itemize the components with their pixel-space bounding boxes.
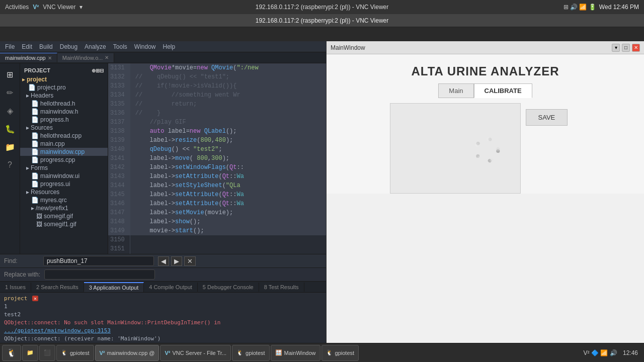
code-line-3131: 3131 QMovie*movie=new QMovie(":/new xyxy=(108,63,326,72)
tree-item-sources[interactable]: ▸ Sources xyxy=(20,124,108,132)
tree-item-myres-qrc[interactable]: 📄 myres.qrc xyxy=(20,196,108,204)
tab-close-1[interactable]: ✕ xyxy=(105,55,109,60)
tree-item-hellothread-cpp[interactable]: 📄 hellothread.cpp xyxy=(20,132,108,140)
menu-analyze[interactable]: Analyze xyxy=(82,42,109,51)
taskbar-gpiotest-1[interactable]: 🐧 gpiotest xyxy=(56,345,94,361)
tree-item-hellothread-h[interactable]: 📄 hellothread.h xyxy=(20,100,108,108)
tab-issues[interactable]: 1 Issues xyxy=(0,283,31,292)
design-icon[interactable]: ◈ xyxy=(2,103,18,119)
taskbar-gpiotest-3[interactable]: 🐧 gpiotest xyxy=(321,345,359,361)
find-bar: Find: ◀ ▶ ✕ xyxy=(0,254,326,268)
save-button[interactable]: SAVE xyxy=(526,109,568,126)
vnc-server-icon: V² xyxy=(165,350,170,356)
taskbar-terminal-btn[interactable]: ⬛ xyxy=(39,345,55,361)
taskbar-files-btn[interactable]: 📁 xyxy=(22,345,38,361)
taskbar-gpiotest-2[interactable]: 🐧 gpiotest xyxy=(232,345,270,361)
menu-build[interactable]: Build xyxy=(36,42,56,51)
app-sidebar-controls: SAVE xyxy=(526,103,568,194)
app-tabs: Main CALIBRATE xyxy=(438,83,532,98)
projects-icon[interactable]: 📁 xyxy=(2,139,18,155)
gpiotest-icon-2: 🐧 xyxy=(236,349,244,356)
help-icon[interactable]: ? xyxy=(2,157,18,173)
menu-edit[interactable]: Edit xyxy=(19,42,35,51)
tree-item-headers[interactable]: ▸ Headers xyxy=(20,92,108,100)
app-tab-calibrate[interactable]: CALIBRATE xyxy=(474,83,532,98)
tab-app-output[interactable]: 3 Application Output xyxy=(84,282,144,292)
replace-input[interactable] xyxy=(44,269,155,280)
tab-search[interactable]: 2 Search Results xyxy=(31,283,84,292)
window-maximize-btn[interactable]: □ xyxy=(622,44,630,52)
find-next-btn[interactable]: ▶ xyxy=(171,256,182,266)
gpiotest-label-2: gpiotest xyxy=(246,350,265,356)
code-line-3144: 3144 label->setStyleSheet("QLa xyxy=(108,181,326,190)
find-prev-btn[interactable]: ◀ xyxy=(158,256,169,266)
vnc-label: V² xyxy=(33,4,39,11)
tab-mainwindow-cpp[interactable]: mainwindow.cpp ✕ xyxy=(0,53,57,62)
tree-item-new-prefix[interactable]: ▸ /new/prefix1 xyxy=(20,204,108,212)
window-minimize-btn[interactable]: ▾ xyxy=(612,44,620,52)
ide-activity-bar: ⊞ ✏ ◈ 🐛 📁 ? xyxy=(0,63,20,274)
code-line-3150: 3150 xyxy=(108,235,326,244)
code-line-3136: 3136 // } xyxy=(108,109,326,118)
tab-mainwindow-obj[interactable]: MainWindow.o... ✕ xyxy=(57,53,115,62)
find-input[interactable] xyxy=(43,256,154,266)
menu-file[interactable]: File xyxy=(2,42,18,51)
tree-item-somegif1[interactable]: 🖼 somegif1.gif xyxy=(20,220,108,228)
tree-item-project[interactable]: ▸ project xyxy=(20,75,108,83)
tree-header: project ⊕⊞⊟ xyxy=(20,65,108,75)
editor-tabs: mainwindow.cpp ✕ MainWindow.o... ✕ xyxy=(0,52,326,63)
terminal-icon: ⬛ xyxy=(44,349,51,356)
vnc-address: 192.168.0.117:2 (raspberrypi:2 (pl)) - V… xyxy=(256,4,389,11)
code-line-3137: 3137 //play GIF xyxy=(108,118,326,127)
tree-item-mainwindow-cpp[interactable]: 📄 mainwindow.cpp xyxy=(20,148,108,156)
output-error-link[interactable]: .../gpiotest/mainwindow.cpp:3153 xyxy=(4,327,111,334)
app-tab-main[interactable]: Main xyxy=(438,83,473,98)
vnc-viewer-label[interactable]: VNC Viewer xyxy=(43,4,75,11)
tab-label-1: MainWindow.o... xyxy=(62,55,103,61)
taskbar-mainwindow-label: mainwindow.cpp @ xyxy=(107,350,155,356)
menu-help[interactable]: Help xyxy=(160,42,179,51)
code-line-3146: 3146 label->setAttribute(Qt::Wa xyxy=(108,199,326,208)
taskbar-mainwindow-cpp[interactable]: V² mainwindow.cpp @ xyxy=(95,345,159,361)
tab-close-0[interactable]: ✕ xyxy=(48,55,52,61)
tree-item-resources[interactable]: ▸ Resources xyxy=(20,188,108,196)
activities-label[interactable]: Activities xyxy=(5,4,29,11)
tree-item-progress-h[interactable]: 📄 progress.h xyxy=(20,116,108,124)
output-project-badge: ✕ xyxy=(32,296,38,301)
debug-icon[interactable]: 🐛 xyxy=(2,121,18,137)
taskbar-mainwindow-app[interactable]: 🪟 MainWindow xyxy=(271,345,320,361)
code-editor[interactable]: 3131 QMovie*movie=new QMovie(":/new 3132… xyxy=(108,63,326,274)
tab-compile[interactable]: 4 Compile Output xyxy=(144,283,198,292)
menu-tools[interactable]: Tools xyxy=(110,42,130,51)
taskbar-vnc-label: VNC Server - File Tr... xyxy=(172,350,226,356)
code-line-3143: 3143 label->setAttribute(Qt::Wa xyxy=(108,172,326,181)
tree-item-forms[interactable]: ▸ Forms xyxy=(20,164,108,172)
tree-item-somegif[interactable]: 🖼 somegif.gif xyxy=(20,212,108,220)
find-close-btn[interactable]: ✕ xyxy=(184,256,196,266)
welcome-icon[interactable]: ⊞ xyxy=(2,66,18,82)
window-controls: ▾ □ ✕ xyxy=(612,44,640,52)
output-line-receiver: QObject::connect: (receiver name: 'MainW… xyxy=(4,335,322,343)
vnc-titlebar: 192.168.0.117:2 (raspberrypi:2 (pl)) - V… xyxy=(0,14,644,27)
tree-item-project-pro[interactable]: 📄 project.pro xyxy=(20,83,108,92)
mainwindow-app-icon: 🪟 xyxy=(275,349,282,356)
app-heading: ALTA URINE ANALYZER xyxy=(411,54,559,83)
tree-item-mainwindow-ui[interactable]: 📄 mainwindow.ui xyxy=(20,172,108,180)
tab-debugger[interactable]: 5 Debugger Console xyxy=(198,283,259,292)
window-close-btn[interactable]: ✕ xyxy=(632,44,640,52)
taskbar-raspberry-icon[interactable]: 🐧 xyxy=(2,345,21,361)
app-window-title: MainWindow xyxy=(331,44,365,51)
taskbar-vnc-server[interactable]: V² VNC Server - File Tr... xyxy=(160,345,231,361)
tree-item-main-cpp[interactable]: 📄 main.cpp xyxy=(20,140,108,148)
menu-debug[interactable]: Debug xyxy=(57,42,80,51)
tree-item-progress-ui[interactable]: 📄 progress.ui xyxy=(20,180,108,188)
tree-title: project xyxy=(24,67,50,73)
tree-item-mainwindow-h[interactable]: 📄 mainwindow.h xyxy=(20,108,108,116)
edit-icon[interactable]: ✏ xyxy=(2,84,18,101)
menu-window[interactable]: Window xyxy=(131,42,159,51)
editor-icon: V² xyxy=(100,350,105,356)
taskbar: 🐧 📁 ⬛ 🐧 gpiotest V² mainwindow.cpp @ V² … xyxy=(0,343,644,362)
system-topbar: Activities V² VNC Viewer ▾ 192.168.0.117… xyxy=(0,0,644,14)
tab-test[interactable]: 8 Test Results xyxy=(259,283,304,292)
tree-item-progress-cpp[interactable]: 📄 progress.cpp xyxy=(20,156,108,164)
